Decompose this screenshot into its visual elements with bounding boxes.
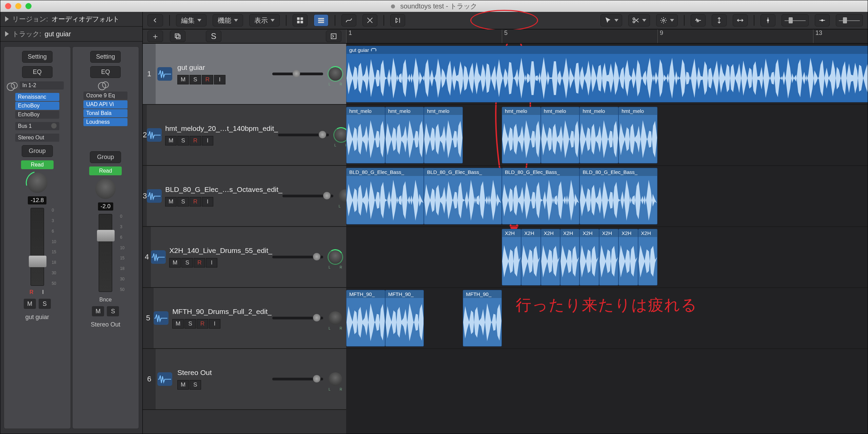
input-monitor-button[interactable]: I xyxy=(214,75,225,84)
back-arrow-button[interactable] xyxy=(147,14,163,26)
audio-region[interactable]: hmt_melo xyxy=(424,107,463,163)
track-header[interactable]: 3BLD_80_G_Elec_…s_Octaves_edit_MSRILR xyxy=(143,166,346,227)
audio-region[interactable]: BLD_80_G_Elec_Bass_ xyxy=(579,168,657,224)
volume-slider[interactable] xyxy=(272,73,323,75)
record-enable-button[interactable]: R xyxy=(190,136,201,145)
auto-zoom-button[interactable] xyxy=(390,14,405,26)
audio-region[interactable]: hmt_melo xyxy=(502,107,541,163)
plugin-slot[interactable]: EchoBoy xyxy=(15,102,59,110)
automation-curve-button[interactable] xyxy=(341,14,356,26)
solo-button[interactable]: S xyxy=(177,136,189,145)
volume-slider[interactable] xyxy=(272,378,323,380)
audio-region[interactable]: gut guiar xyxy=(346,46,868,102)
audio-region[interactable]: hmt_melo xyxy=(346,107,385,163)
vertical-zoom-button[interactable] xyxy=(712,14,727,26)
automation-mode-button[interactable]: Read xyxy=(89,166,122,175)
h-zoom-slider[interactable] xyxy=(836,14,863,26)
plugin-slot[interactable]: Loudness xyxy=(83,118,127,126)
h-zoom-icon[interactable] xyxy=(815,14,830,26)
audio-region[interactable]: BLD_80_G_Elec_Bass_ xyxy=(346,168,424,224)
volume-fader[interactable] xyxy=(99,214,112,292)
solo-button[interactable]: S xyxy=(181,258,193,268)
plugin-slot[interactable]: Tonal Bala xyxy=(83,109,127,117)
track-name[interactable]: hmt_melody_20_…t_140bpm_edit_ xyxy=(165,124,278,133)
edit-menu[interactable]: 編集 xyxy=(176,14,206,26)
send-slot[interactable]: Bus 1 xyxy=(15,122,59,130)
volume-slider[interactable] xyxy=(282,195,333,197)
record-enable-button[interactable]: R xyxy=(190,197,201,206)
group-slot[interactable]: Group xyxy=(90,151,121,163)
region-disclosure[interactable]: リージョン: オーディオデフォルト xyxy=(0,12,142,27)
audio-region[interactable]: MFTH_90_ xyxy=(385,290,424,347)
duplicate-track-button[interactable] xyxy=(170,31,185,42)
audio-region[interactable]: hmt_melo xyxy=(579,107,618,163)
audio-region[interactable]: MFTH_90_ xyxy=(463,290,502,347)
plugin-slot[interactable]: Ozone 9 Eq xyxy=(83,92,127,100)
track-header[interactable]: 1gut guiarMSRILR xyxy=(143,44,346,105)
output-slot[interactable]: Stereo Out xyxy=(15,134,59,142)
add-track-button[interactable]: ＋ xyxy=(147,31,163,42)
mute-button[interactable]: M xyxy=(24,299,36,309)
audio-region[interactable]: BLD_80_G_Elec_Bass_ xyxy=(502,168,579,224)
solo-button[interactable]: S xyxy=(190,75,201,84)
v-zoom-slider[interactable] xyxy=(782,14,809,26)
record-enable-button[interactable]: R xyxy=(197,319,208,329)
volume-fader[interactable] xyxy=(31,208,44,286)
track-name[interactable]: MFTH_90_Drums_Full_2_edit_ xyxy=(172,308,272,316)
track-header[interactable]: 6Stereo OutMSLR xyxy=(143,349,346,410)
input-monitor-button[interactable]: I xyxy=(202,136,213,145)
timeline[interactable]: 行ったり来たりは疲れる gut guiar hmt_melohmt_melohm… xyxy=(346,44,868,434)
close-window-button[interactable] xyxy=(5,3,11,9)
audio-region[interactable]: X2H xyxy=(521,229,540,285)
track-lane[interactable]: MFTH_90_MFTH_90_MFTH_90_ xyxy=(346,288,868,349)
functions-menu[interactable]: 機能 xyxy=(213,14,243,26)
global-solo-button[interactable]: S xyxy=(206,31,221,42)
track-lane[interactable]: gut guiar xyxy=(346,44,868,105)
track-header[interactable]: 5MFTH_90_Drums_Full_2_edit_MSRILR xyxy=(143,288,346,349)
grid-view-button[interactable] xyxy=(293,14,308,26)
pan-knob[interactable]: LR xyxy=(334,128,348,142)
minimize-window-button[interactable] xyxy=(15,3,21,9)
eq-slot[interactable]: EQ xyxy=(22,66,53,78)
track-header[interactable]: 4X2H_140_Live_Drums_55_edit_MSRILR xyxy=(143,227,346,288)
record-enable-button[interactable]: R xyxy=(194,258,205,268)
solo-button[interactable]: S xyxy=(190,380,201,390)
track-lane[interactable]: X2HX2HX2HX2HX2HX2HX2HX2H xyxy=(346,227,868,288)
solo-button[interactable]: S xyxy=(39,299,51,309)
horizontal-zoom-button[interactable] xyxy=(733,14,748,26)
solo-button[interactable]: S xyxy=(177,197,189,206)
channel-setting-button[interactable]: Setting xyxy=(90,51,121,63)
audio-region[interactable]: hmt_melo xyxy=(385,107,424,163)
input-slot[interactable]: In 1-2 xyxy=(20,81,64,90)
track-lane[interactable]: hmt_melohmt_melohmt_melohmt_melohmt_melo… xyxy=(346,105,868,166)
input-monitor-button[interactable]: I xyxy=(206,258,217,268)
audio-region[interactable]: X2H xyxy=(638,229,657,285)
input-monitor-button[interactable]: I xyxy=(209,319,220,329)
solo-button[interactable]: S xyxy=(184,319,196,329)
track-header[interactable]: 2hmt_melody_20_…t_140bpm_edit_MSRILR xyxy=(143,105,346,166)
pointer-tool[interactable] xyxy=(600,14,622,26)
audio-region[interactable]: BLD_80_G_Elec_Bass_ xyxy=(424,168,501,224)
volume-slider[interactable] xyxy=(272,256,323,258)
solo-button[interactable]: S xyxy=(107,306,119,316)
pan-knob[interactable]: LR xyxy=(329,311,342,325)
audio-region[interactable]: MFTH_90_ xyxy=(346,290,385,347)
pan-knob[interactable]: LR xyxy=(329,250,342,264)
mute-button[interactable]: M xyxy=(169,258,181,268)
volume-slider[interactable] xyxy=(278,134,329,136)
audio-region[interactable]: hmt_melo xyxy=(541,107,580,163)
plugin-slot[interactable]: UAD API Vi xyxy=(83,100,127,108)
audio-region[interactable]: X2H xyxy=(502,229,521,285)
plugin-slot[interactable]: EchoBoy xyxy=(15,111,59,119)
mute-button[interactable]: M xyxy=(92,306,104,316)
eq-slot[interactable]: EQ xyxy=(90,66,121,78)
view-menu[interactable]: 表示 xyxy=(249,14,280,26)
pan-knob[interactable] xyxy=(27,173,47,193)
audio-region[interactable]: X2H xyxy=(541,229,560,285)
record-enable-button[interactable]: R xyxy=(202,75,213,84)
track-name[interactable]: X2H_140_Live_Drums_55_edit_ xyxy=(169,246,272,255)
waveform-zoom-button[interactable] xyxy=(691,14,706,26)
mute-button[interactable]: M xyxy=(177,380,189,390)
mute-button[interactable]: M xyxy=(165,197,177,206)
group-slot[interactable]: Group xyxy=(22,145,53,157)
